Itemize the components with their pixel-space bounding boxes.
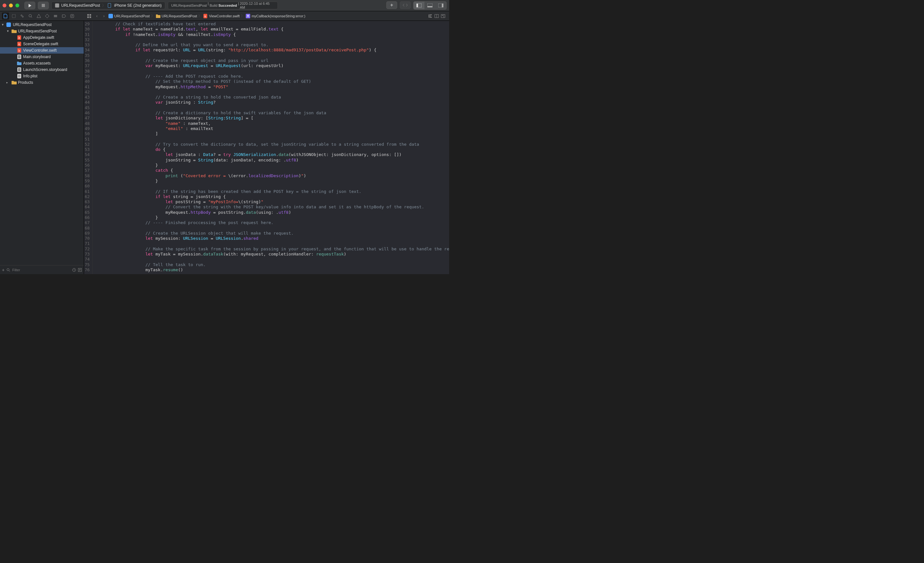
- folder-icon: [12, 80, 16, 85]
- breakpoint-navigator-icon[interactable]: [60, 12, 68, 20]
- svg-rect-18: [87, 14, 89, 16]
- tree-group[interactable]: ▼URLRequestSendPost: [0, 28, 84, 35]
- issue-navigator-icon[interactable]: [35, 12, 42, 20]
- tree-item-label: URLRequestSendPost: [18, 29, 57, 33]
- report-navigator-icon[interactable]: [69, 12, 76, 20]
- tree-item-label: Assets.xcassets: [23, 61, 51, 66]
- activity-status: URLRequestSendPost | Build Succeeded | 2…: [168, 2, 278, 9]
- svg-rect-29: [430, 17, 432, 18]
- swift-icon: [16, 42, 22, 46]
- toggle-inspector-button[interactable]: [435, 2, 446, 9]
- adjust-editor-icon[interactable]: [434, 14, 439, 18]
- code-review-button[interactable]: [400, 1, 411, 9]
- svg-point-44: [7, 268, 9, 270]
- navigator-selector: [0, 12, 84, 20]
- add-icon[interactable]: +: [2, 267, 4, 273]
- svg-rect-43: [18, 77, 21, 77]
- scm-filter-icon[interactable]: [78, 268, 82, 272]
- forward-button[interactable]: ›: [101, 13, 107, 19]
- library-button[interactable]: +: [386, 1, 397, 9]
- toggle-navigator-button[interactable]: [414, 2, 424, 9]
- add-editor-icon[interactable]: [441, 14, 446, 18]
- app-icon: [55, 3, 59, 8]
- status-project: URLRequestSendPost: [171, 3, 207, 8]
- svg-rect-26: [429, 15, 429, 18]
- code-content[interactable]: // Check if textFields have text entered…: [93, 21, 449, 274]
- tree-file[interactable]: Main.storyboard: [0, 54, 84, 60]
- scheme-name: URLRequestSendPost: [61, 3, 100, 8]
- status-time: 2020-12-10 at 6:45 AM: [240, 2, 274, 9]
- tree-item-label: ViewController.swift: [23, 48, 57, 53]
- tree-file[interactable]: ViewController.swift: [0, 47, 84, 54]
- swift-icon: [16, 48, 22, 53]
- tree-item-label: LaunchScreen.storyboard: [23, 68, 67, 72]
- back-button[interactable]: ‹: [94, 13, 100, 19]
- traffic-lights: [3, 3, 22, 8]
- scheme-selector[interactable]: URLRequestSendPost 〉 iPhone SE (2nd gene…: [51, 2, 165, 9]
- folder-icon: [156, 14, 160, 18]
- zoom-window-button[interactable]: [15, 3, 19, 8]
- svg-rect-31: [441, 15, 445, 18]
- svg-rect-22: [108, 14, 113, 18]
- stop-button[interactable]: [38, 2, 49, 9]
- svg-rect-6: [417, 3, 418, 8]
- minimap-icon[interactable]: [428, 14, 432, 18]
- tree-item-label: Main.storyboard: [23, 54, 51, 59]
- svg-rect-33: [17, 35, 21, 40]
- breadcrumb-label[interactable]: URLRequestSendPost: [162, 14, 197, 18]
- test-navigator-icon[interactable]: [44, 12, 51, 20]
- storyboard-icon: [16, 68, 22, 72]
- folder-icon: [12, 29, 16, 33]
- project-navigator-icon[interactable]: [2, 12, 9, 20]
- disclosure-triangle-icon[interactable]: ▸: [6, 81, 10, 84]
- symbol-navigator-icon[interactable]: [19, 12, 26, 20]
- breadcrumb-label[interactable]: URLRequestSendPost: [114, 14, 150, 18]
- project-icon: [6, 23, 12, 27]
- svg-rect-28: [430, 16, 431, 17]
- tree-file[interactable]: SceneDelegate.swift: [0, 41, 84, 47]
- project-navigator: ▼URLRequestSendPost▼URLRequestSendPostAp…: [0, 21, 84, 274]
- svg-rect-11: [12, 15, 15, 18]
- svg-rect-8: [428, 6, 432, 8]
- tree-file[interactable]: Assets.xcassets: [0, 60, 84, 66]
- toggle-debug-area-button[interactable]: [424, 2, 435, 9]
- breadcrumb-label[interactable]: myCallback(responseString:error:): [252, 14, 305, 18]
- chevron-right-icon: 〉: [102, 3, 106, 8]
- close-window-button[interactable]: [3, 3, 6, 8]
- svg-rect-23: [203, 14, 207, 18]
- plist-icon: [16, 74, 22, 78]
- tree-file[interactable]: AppDelegate.swift: [0, 35, 84, 41]
- find-navigator-icon[interactable]: [27, 12, 34, 20]
- recent-filter-icon[interactable]: [72, 268, 76, 272]
- svg-rect-2: [55, 3, 59, 8]
- tree-file[interactable]: LaunchScreen.storyboard: [0, 66, 84, 73]
- related-items-icon[interactable]: [86, 13, 92, 19]
- assets-icon: [16, 61, 22, 66]
- svg-rect-0: [42, 4, 45, 7]
- svg-rect-37: [18, 55, 21, 59]
- project-icon: [108, 14, 113, 18]
- debug-navigator-icon[interactable]: [52, 12, 59, 20]
- toolrow: ‹ › URLRequestSendPost〉URLRequestSendPos…: [0, 11, 449, 21]
- disclosure-triangle-icon[interactable]: ▼: [6, 30, 10, 33]
- svg-rect-42: [18, 76, 21, 77]
- tree-project-root[interactable]: ▼URLRequestSendPost: [0, 21, 84, 28]
- source-editor[interactable]: 2930313233343536373839404142434445464748…: [84, 21, 449, 274]
- svg-rect-15: [54, 15, 57, 16]
- minimize-window-button[interactable]: [9, 3, 13, 8]
- breadcrumb-label[interactable]: ViewController.swift: [209, 14, 240, 18]
- run-button[interactable]: [24, 2, 35, 9]
- device-icon: [108, 3, 112, 8]
- breadcrumb[interactable]: URLRequestSendPost〉URLRequestSendPost〉Vi…: [108, 14, 427, 18]
- disclosure-triangle-icon[interactable]: ▼: [1, 23, 5, 26]
- source-control-navigator-icon[interactable]: [10, 12, 17, 20]
- filter-input[interactable]: [12, 268, 70, 272]
- svg-point-12: [21, 15, 22, 16]
- svg-text:M: M: [247, 15, 249, 18]
- tree-file[interactable]: Info.plist: [0, 73, 84, 79]
- tree-item-label: SceneDelegate.swift: [23, 42, 58, 46]
- chevron-right-icon: 〉: [198, 14, 202, 18]
- line-gutter: 2930313233343536373839404142434445464748…: [84, 21, 93, 274]
- navigator-filter-bar: +: [0, 265, 84, 274]
- tree-products[interactable]: ▸Products: [0, 79, 84, 86]
